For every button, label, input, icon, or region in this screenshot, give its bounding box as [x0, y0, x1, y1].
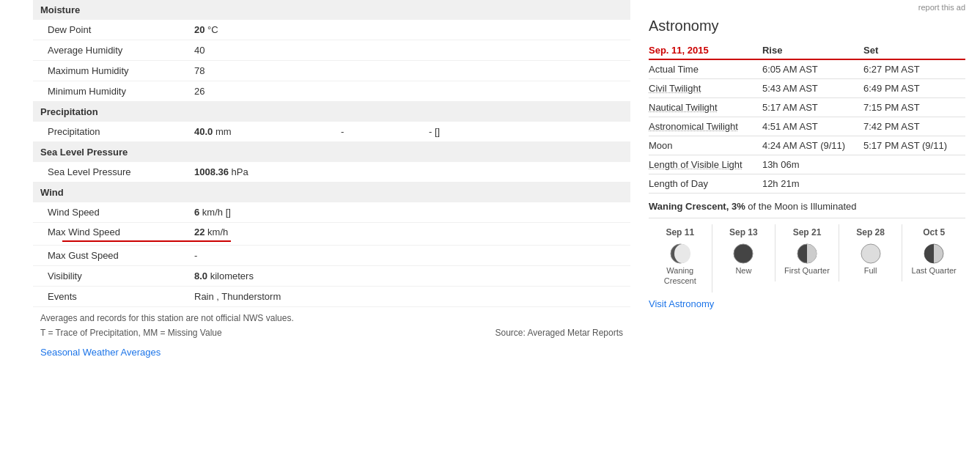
length-of-day-empty	[863, 174, 965, 194]
moon-date-sep11: Sep 11	[666, 227, 694, 237]
max-humidity-row: Maximum Humidity 78	[33, 61, 630, 81]
first-quarter-icon	[795, 242, 819, 265]
civil-twilight-link[interactable]: Civil Twilight	[649, 83, 701, 94]
max-wind-speed-label: Max Wind Speed	[48, 227, 194, 237]
full-moon-icon	[859, 242, 883, 265]
astronomical-twilight-rise: 4:51 AM AST	[762, 117, 863, 136]
events-value: Rain , Thunderstorm	[194, 291, 341, 302]
visible-light-row: Length of Visible Light 13h 06m	[649, 155, 965, 174]
wind-header: Wind	[33, 183, 630, 202]
min-humidity-value: 26	[194, 86, 341, 97]
actual-time-row: Actual Time 6:05 AM AST 6:27 PM AST	[649, 59, 965, 79]
actual-time-label: Actual Time	[649, 59, 762, 79]
visibility-label: Visibility	[48, 270, 194, 281]
max-gust-row: Max Gust Speed -	[33, 246, 630, 266]
precipitation-extra2: - []	[429, 126, 623, 137]
min-humidity-row: Minimum Humidity 26	[33, 81, 630, 102]
svg-point-4	[861, 244, 880, 263]
length-of-day-row: Length of Day 12h 21m	[649, 174, 965, 194]
precipitation-row: Precipitation 40.0 mm - - []	[33, 122, 630, 142]
astronomical-twilight-label: Astronomical Twilight	[649, 117, 762, 136]
moon-set: 5:17 PM AST (9/11)	[863, 136, 965, 155]
waning-crescent-bold: Waning Crescent, 3%	[649, 201, 745, 212]
moon-phase-sep28: Sep 28 Full	[839, 224, 903, 281]
length-of-day-value: 12h 21m	[762, 174, 863, 194]
max-gust-value: -	[194, 250, 341, 261]
moon-date-sep13: Sep 13	[729, 227, 758, 237]
visible-light-label: Length of Visible Light	[649, 155, 762, 174]
seasonal-link[interactable]: Seasonal Weather Averages	[33, 342, 168, 362]
nautical-twilight-row: Nautical Twilight 5:17 AM AST 7:15 PM AS…	[649, 98, 965, 117]
svg-point-1	[674, 244, 690, 263]
visible-light-link[interactable]: Length of Visible Light	[649, 159, 743, 170]
nautical-twilight-set: 7:15 PM AST	[863, 98, 965, 117]
sea-level-row: Sea Level Pressure 1008.36 hPa	[33, 162, 630, 183]
source-note: Source: Averaged Metar Reports	[495, 328, 623, 338]
nautical-twilight-label: Nautical Twilight	[649, 98, 762, 117]
moon-phase-sep21: Sep 21 First Quarter	[775, 224, 839, 281]
new-moon-icon	[732, 242, 755, 265]
moon-name-sep13: New	[735, 265, 751, 276]
events-row: Events Rain , Thunderstorm	[33, 287, 630, 307]
report-ad[interactable]: report this ad	[649, 0, 965, 18]
avg-humidity-row: Average Humidity 40	[33, 40, 630, 61]
max-gust-label: Max Gust Speed	[48, 250, 194, 261]
source-row: T = Trace of Precipitation, MM = Missing…	[33, 326, 630, 342]
moon-name-sep28: Full	[864, 265, 877, 276]
date-col-header: Sep. 11, 2015	[649, 42, 762, 59]
waning-crescent-text: of the Moon is Illuminated	[748, 201, 856, 212]
events-label: Events	[48, 291, 194, 302]
visibility-value: 8.0 kilometers	[194, 270, 341, 281]
precipitation-header: Precipitation	[33, 102, 630, 122]
civil-twilight-row: Civil Twilight 5:43 AM AST 6:49 PM AST	[649, 79, 965, 98]
dew-point-row: Dew Point 20 °C	[33, 20, 630, 40]
nautical-twilight-link[interactable]: Nautical Twilight	[649, 102, 718, 113]
avg-humidity-value: 40	[194, 45, 341, 56]
moon-rise: 4:24 AM AST (9/11)	[762, 136, 863, 155]
max-wind-speed-value: 22 km/h	[194, 227, 341, 237]
waning-note: Waning Crescent, 3% of the Moon is Illum…	[649, 194, 965, 218]
max-humidity-label: Maximum Humidity	[48, 65, 194, 76]
wind-speed-row: Wind Speed 6 km/h []	[33, 202, 630, 223]
max-wind-underline	[62, 240, 231, 242]
wind-speed-label: Wind Speed	[48, 207, 194, 218]
visibility-row: Visibility 8.0 kilometers	[33, 266, 630, 287]
civil-twilight-rise: 5:43 AM AST	[762, 79, 863, 98]
sea-level-label: Sea Level Pressure	[48, 166, 194, 177]
moon-phase-oct5: Oct 5 Last Quarter	[902, 224, 965, 281]
max-wind-speed-row: Max Wind Speed 22 km/h	[33, 223, 630, 246]
avg-humidity-label: Average Humidity	[48, 45, 194, 56]
moon-name-oct5: Last Quarter	[912, 265, 957, 276]
moon-phase-sep11: Sep 11 WaningCrescent	[649, 224, 712, 292]
moon-phase-sep13: Sep 13 New	[712, 224, 776, 281]
trace-note: T = Trace of Precipitation, MM = Missing…	[40, 328, 222, 338]
left-panel: Moisture Dew Point 20 °C Average Humidit…	[0, 0, 638, 464]
civil-twilight-label: Civil Twilight	[649, 79, 762, 98]
precipitation-extra1: -	[341, 126, 429, 137]
astronomical-twilight-link[interactable]: Astronomical Twilight	[649, 121, 738, 132]
astronomy-table: Sep. 11, 2015 Rise Set Actual Time 6:05 …	[649, 42, 965, 194]
dew-point-value: 20 °C	[194, 24, 341, 35]
precipitation-label: Precipitation	[48, 126, 194, 137]
visible-light-empty	[863, 155, 965, 174]
svg-point-2	[734, 244, 753, 263]
astronomy-title: Astronomy	[649, 18, 965, 34]
moon-name-sep11: WaningCrescent	[664, 265, 696, 287]
last-quarter-icon	[922, 242, 946, 265]
actual-time-rise: 6:05 AM AST	[762, 59, 863, 79]
wind-speed-value: 6 km/h []	[194, 207, 341, 218]
moon-date-sep21: Sep 21	[793, 227, 822, 237]
visit-astronomy-link[interactable]: Visit Astronomy	[649, 292, 714, 312]
astronomical-twilight-set: 7:42 PM AST	[863, 117, 965, 136]
civil-twilight-set: 6:49 PM AST	[863, 79, 965, 98]
waning-crescent-icon	[668, 242, 692, 265]
sea-level-value: 1008.36 hPa	[194, 166, 341, 177]
nautical-twilight-rise: 5:17 AM AST	[762, 98, 863, 117]
precipitation-value: 40.0 mm	[194, 126, 341, 137]
visible-light-value: 13h 06m	[762, 155, 863, 174]
sea-level-header: Sea Level Pressure	[33, 142, 630, 162]
moon-label: Moon	[649, 136, 762, 155]
moon-date-sep28: Sep 28	[856, 227, 885, 237]
moon-name-sep21: First Quarter	[784, 265, 830, 276]
astro-header-row: Sep. 11, 2015 Rise Set	[649, 42, 965, 59]
